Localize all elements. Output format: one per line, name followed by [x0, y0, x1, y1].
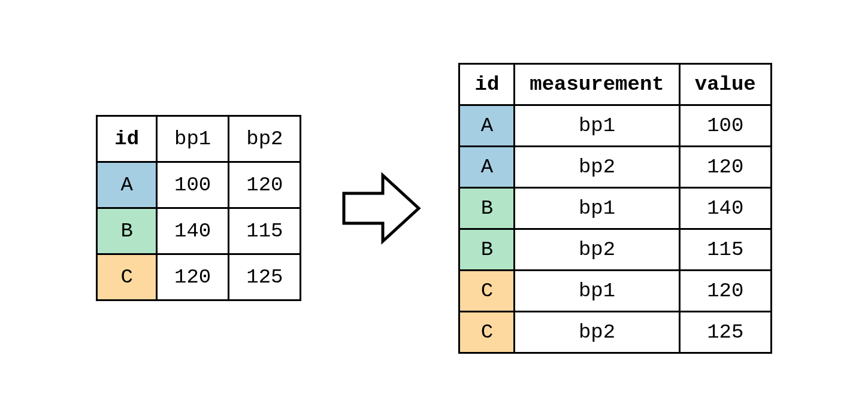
- cell-measurement: bp1: [515, 270, 679, 311]
- cell-id: B: [459, 229, 515, 270]
- cell-measurement: bp2: [515, 311, 679, 353]
- svg-marker-0: [344, 175, 419, 241]
- cell-value: 140: [679, 187, 771, 229]
- wide-table: id bp1 bp2 A 100 120 B 140 115 C 120 125: [96, 115, 301, 301]
- cell-measurement: bp2: [515, 229, 679, 270]
- cell-value: 120: [679, 146, 771, 187]
- table-row: C bp1 120: [459, 270, 771, 311]
- cell-value: 100: [157, 162, 229, 208]
- table-row: B bp2 115: [459, 229, 771, 270]
- col-header-id: id: [97, 116, 157, 162]
- cell-id: B: [459, 187, 515, 229]
- col-header-bp1: bp1: [157, 116, 229, 162]
- table-header-row: id measurement value: [459, 63, 771, 105]
- col-header-bp2: bp2: [229, 116, 301, 162]
- cell-id: A: [459, 146, 515, 187]
- cell-id: C: [459, 311, 515, 353]
- table-row: C 120 125: [97, 254, 301, 300]
- table-row: B bp1 140: [459, 187, 771, 229]
- cell-value: 100: [679, 105, 771, 146]
- table-row: A bp2 120: [459, 146, 771, 187]
- cell-value: 125: [229, 254, 301, 300]
- cell-id: C: [97, 254, 157, 300]
- table-row: A bp1 100: [459, 105, 771, 146]
- long-table: id measurement value A bp1 100 A bp2 120…: [458, 63, 772, 354]
- cell-measurement: bp2: [515, 146, 679, 187]
- table-row: A 100 120: [97, 162, 301, 208]
- cell-value: 120: [229, 162, 301, 208]
- table-header-row: id bp1 bp2: [97, 116, 301, 162]
- table-row: C bp2 125: [459, 311, 771, 353]
- col-header-value: value: [679, 63, 771, 105]
- cell-value: 120: [679, 270, 771, 311]
- cell-id: C: [459, 270, 515, 311]
- table-row: B 140 115: [97, 208, 301, 254]
- cell-value: 115: [229, 208, 301, 254]
- cell-measurement: bp1: [515, 105, 679, 146]
- cell-value: 140: [157, 208, 229, 254]
- cell-measurement: bp1: [515, 187, 679, 229]
- cell-value: 120: [157, 254, 229, 300]
- right-arrow-icon: [335, 163, 425, 253]
- transform-arrow: [335, 163, 425, 253]
- cell-value: 115: [679, 229, 771, 270]
- col-header-id: id: [459, 63, 515, 105]
- cell-id: A: [459, 105, 515, 146]
- diagram-stage: id bp1 bp2 A 100 120 B 140 115 C 120 125: [0, 0, 868, 416]
- cell-value: 125: [679, 311, 771, 353]
- col-header-measurement: measurement: [515, 63, 679, 105]
- cell-id: A: [97, 162, 157, 208]
- cell-id: B: [97, 208, 157, 254]
